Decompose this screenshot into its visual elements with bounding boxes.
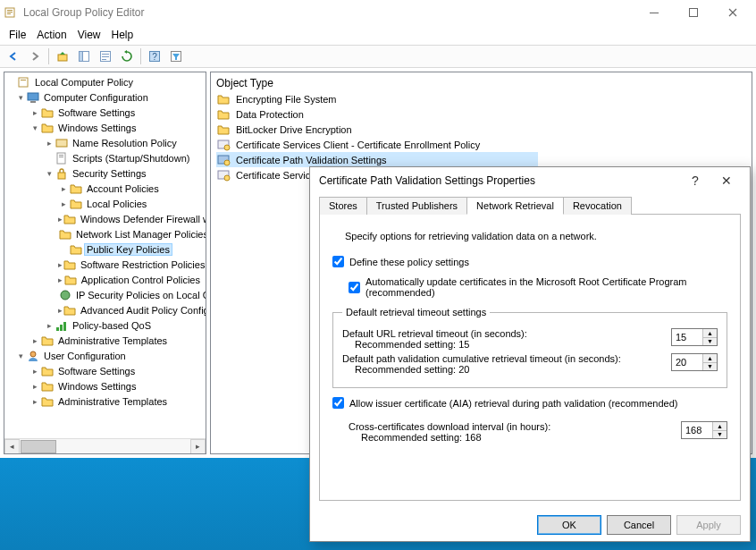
folder-icon [216, 123, 231, 137]
url-timeout-input[interactable] [672, 329, 702, 345]
cancel-button[interactable]: Cancel [607, 515, 671, 535]
menu-action[interactable]: Action [37, 29, 66, 41]
cross-cert-spinner[interactable]: ▲▼ [681, 421, 727, 439]
scroll-track[interactable] [20, 439, 190, 454]
maximize-button[interactable] [674, 0, 713, 25]
window-title: Local Group Policy Editor [23, 6, 144, 19]
tree-hscroll[interactable]: ◂ ▸ [4, 438, 206, 453]
tree-qos[interactable]: Policy-based QoS [71, 320, 153, 331]
svg-rect-20 [56, 140, 67, 147]
help-button[interactable]: ? [145, 47, 164, 66]
tree-scripts[interactable]: Scripts (Startup/Shutdown) [71, 153, 191, 164]
tree-expand-icon[interactable]: ▸ [58, 199, 69, 208]
back-button[interactable] [4, 47, 23, 66]
tree-admin[interactable]: Administrative Templates [56, 335, 169, 346]
spin-down[interactable]: ▼ [703, 363, 717, 371]
define-policy-input[interactable] [332, 256, 344, 267]
path-timeout-input[interactable] [672, 354, 702, 370]
allow-aia-input[interactable] [332, 397, 344, 409]
scroll-thumb[interactable] [21, 440, 56, 453]
tree-u-windows[interactable]: Windows Settings [56, 381, 138, 392]
tree-expand-icon[interactable]: ▸ [29, 367, 40, 376]
tree-computer-config[interactable]: Computer Configuration [42, 92, 150, 103]
folder-icon [216, 92, 231, 106]
apply-button[interactable]: Apply [676, 515, 741, 535]
tree-software-settings[interactable]: Software Settings [56, 107, 137, 118]
tree-collapse-icon[interactable]: ▾ [15, 93, 26, 102]
scroll-left-button[interactable]: ◂ [4, 439, 20, 454]
tree-expand-icon[interactable]: ▸ [29, 108, 40, 117]
folder-icon [40, 121, 55, 135]
list-item[interactable]: BitLocker Drive Encryption [216, 122, 746, 137]
tree-expand-icon[interactable]: ▸ [29, 397, 40, 406]
dialog-close-button[interactable]: ✕ [709, 173, 744, 188]
spin-down[interactable]: ▼ [703, 338, 717, 346]
url-timeout-spinner[interactable]: ▲▼ [671, 328, 718, 346]
scripts-icon [55, 151, 69, 165]
list-item[interactable]: Data Protection [216, 106, 746, 122]
tree-collapse-icon[interactable]: ▾ [15, 351, 26, 360]
tree-expand-icon[interactable]: ▸ [29, 382, 40, 391]
tree-aap[interactable]: Advanced Audit Policy Configuration [79, 305, 206, 316]
tree-root[interactable]: Local Computer Policy [33, 77, 135, 88]
tree-account-policies[interactable]: Account Policies [85, 183, 161, 194]
show-hide-tree-button[interactable] [74, 47, 94, 66]
tab-trusted-publishers[interactable]: Trusted Publishers [366, 197, 467, 215]
tree-collapse-icon[interactable]: ▾ [44, 169, 55, 178]
spin-down[interactable]: ▼ [713, 431, 727, 439]
tree-firewall[interactable]: Windows Defender Firewall with Adv [79, 214, 206, 224]
tree-collapse-icon[interactable]: ▾ [29, 123, 40, 132]
tree-expand-icon[interactable]: ▸ [44, 321, 55, 330]
tree-nrp[interactable]: Name Resolution Policy [71, 138, 179, 148]
path-timeout-spinner[interactable]: ▲▼ [671, 353, 718, 371]
spin-up[interactable]: ▲ [703, 354, 717, 363]
define-policy-checkbox[interactable]: Define these policy settings [332, 256, 469, 267]
folder-icon [40, 364, 55, 378]
tree-ips[interactable]: IP Security Policies on Local Comput [74, 290, 206, 300]
policy-tree[interactable]: Local Computer Policy ▾Computer Configur… [4, 72, 206, 438]
tree-expand-icon[interactable]: ▸ [29, 336, 40, 345]
column-header[interactable]: Object Type [216, 75, 746, 91]
menu-help[interactable]: Help [112, 29, 134, 41]
tree-security[interactable]: Security Settings [71, 168, 148, 179]
tab-network-retrieval[interactable]: Network Retrieval [466, 197, 564, 215]
auto-update-checkbox[interactable]: Automatically update certificates in the… [349, 276, 727, 298]
menu-view[interactable]: View [78, 29, 101, 41]
properties-button[interactable] [96, 47, 115, 66]
close-button[interactable] [713, 0, 752, 25]
refresh-button[interactable] [117, 47, 137, 66]
svg-rect-16 [19, 78, 28, 87]
list-item-selected[interactable]: Certificate Path Validation Settings [216, 152, 538, 167]
tree-user-config[interactable]: User Configuration [42, 351, 128, 361]
list-item[interactable]: Certificate Services Client - Certificat… [216, 137, 746, 152]
menu-file[interactable]: File [9, 29, 26, 41]
tree-pkp[interactable]: Public Key Policies [85, 244, 172, 255]
tree-nlm[interactable]: Network List Manager Policies [74, 229, 206, 240]
tab-stores[interactable]: Stores [319, 197, 367, 215]
cross-cert-input[interactable] [682, 422, 712, 438]
filter-button[interactable] [166, 47, 186, 66]
tree-expand-icon[interactable]: ▸ [44, 139, 55, 148]
allow-aia-checkbox[interactable]: Allow issuer certificate (AIA) retrieval… [332, 397, 677, 409]
scroll-right-button[interactable]: ▸ [190, 439, 206, 454]
spin-up[interactable]: ▲ [713, 422, 727, 431]
tree-u-admin[interactable]: Administrative Templates [56, 396, 169, 407]
tree-windows-settings[interactable]: Windows Settings [56, 123, 138, 133]
dialog-help-button[interactable]: ? [682, 173, 709, 188]
menubar: File Action View Help [0, 25, 756, 45]
timeout-legend: Default retrieval timeout settings [342, 307, 490, 317]
forward-button[interactable] [25, 47, 45, 66]
up-button[interactable] [53, 47, 72, 66]
minimize-button[interactable] [634, 0, 674, 25]
tree-acp[interactable]: Application Control Policies [80, 275, 202, 285]
tree-local-policies[interactable]: Local Policies [85, 199, 148, 209]
spin-up[interactable]: ▲ [703, 329, 717, 338]
tab-revocation[interactable]: Revocation [563, 197, 632, 215]
auto-update-input[interactable] [349, 282, 360, 293]
list-item[interactable]: Encrypting File System [216, 91, 746, 106]
ok-button[interactable]: OK [537, 515, 601, 535]
tree-u-software[interactable]: Software Settings [56, 366, 137, 377]
app-icon [4, 5, 18, 20]
tree-expand-icon[interactable]: ▸ [58, 184, 69, 193]
tree-srp[interactable]: Software Restriction Policies [79, 259, 206, 270]
